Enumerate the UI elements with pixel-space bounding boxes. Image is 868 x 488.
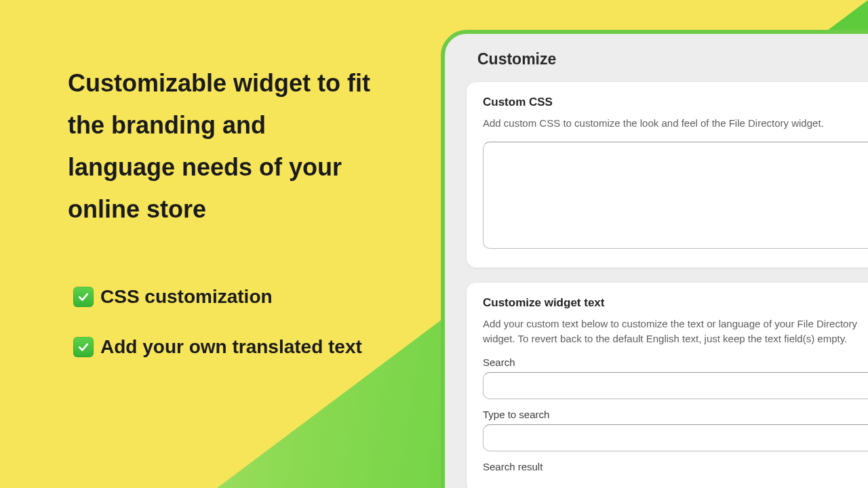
custom-css-input[interactable]: [483, 142, 868, 249]
customize-panel: Customize Custom CSS Add custom CSS to c…: [441, 30, 868, 488]
custom-css-card: Custom CSS Add custom CSS to customize t…: [467, 82, 868, 268]
check-icon: [73, 337, 94, 357]
custom-css-description: Add custom CSS to customize the look and…: [483, 116, 868, 131]
bullet-translated-text: Add your own translated text: [73, 336, 392, 358]
custom-text-card: Customize widget text Add your custom te…: [467, 283, 868, 488]
check-icon: [73, 287, 94, 307]
custom-text-heading: Customize widget text: [483, 296, 868, 310]
bullet-label: Add your own translated text: [100, 336, 362, 358]
marketing-bullets: CSS customization Add your own translate…: [73, 286, 392, 386]
marketing-headline: Customizable widget to fit the branding …: [68, 62, 380, 230]
search-input[interactable]: [483, 372, 868, 399]
page-title: Customize: [467, 50, 868, 68]
bullet-css-customization: CSS customization: [73, 286, 392, 308]
bullet-label: CSS customization: [100, 286, 273, 308]
type-to-search-label: Type to search: [483, 409, 868, 420]
custom-text-description: Add your custom text below to customize …: [483, 317, 868, 346]
type-to-search-input[interactable]: [483, 424, 868, 451]
custom-css-heading: Custom CSS: [483, 96, 868, 109]
search-label: Search: [483, 357, 868, 368]
search-result-label: Search result: [483, 461, 868, 472]
